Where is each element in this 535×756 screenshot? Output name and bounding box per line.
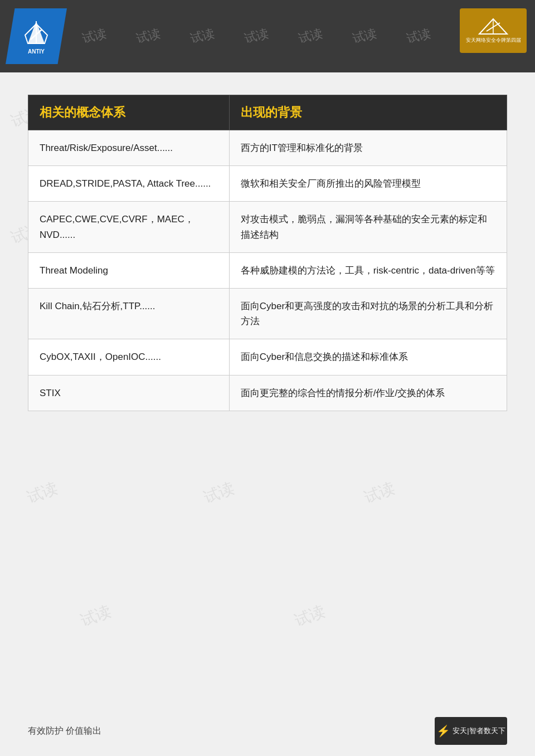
header-watermarks: 试读 试读 试读 试读 试读 试读 试读 (0, 0, 535, 72)
table-row: Kill Chain,钻石分析,TTP......面向Cyber和更高强度的攻击… (28, 288, 507, 339)
table-cell-right: 对攻击模式，脆弱点，漏洞等各种基础的安全元素的标定和描述结构 (229, 202, 507, 252)
logo: ANTIY (6, 8, 67, 64)
header-watermark-2: 试读 (134, 25, 162, 47)
logo-icon (22, 18, 50, 46)
header-watermark-4: 试读 (242, 25, 270, 47)
table-row: CybOX,TAXII，OpenIOC......面向Cyber和信息交换的描述… (28, 339, 507, 375)
table-cell-left: Threat/Risk/Exposure/Asset...... (28, 130, 230, 166)
table-cell-right: 各种威胁建模的方法论，工具，risk-centric，data-driven等等 (229, 252, 507, 288)
header-watermark-6: 试读 (351, 25, 378, 47)
table-cell-right: 微软和相关安全厂商所推出的风险管理模型 (229, 166, 507, 202)
table-cell-left: DREAD,STRIDE,PASTA, Attack Tree...... (28, 166, 230, 202)
body-wm-13: 试读 (361, 478, 398, 509)
table-cell-right: 面向更完整的综合性的情报分析/作业/交换的体系 (229, 375, 507, 411)
brand-badge-text: 安天网络安全令牌第四届 (466, 37, 521, 44)
main-content: 相关的概念体系 出现的背景 Threat/Risk/Exposure/Asset… (0, 72, 535, 422)
table-cell-left: CAPEC,CWE,CVE,CVRF，MAEC，NVD...... (28, 202, 230, 252)
lightning-icon: ⚡ (436, 724, 450, 738)
header-watermark-3: 试读 (188, 25, 216, 47)
col2-header: 出现的背景 (229, 95, 507, 130)
header: ANTIY 试读 试读 试读 试读 试读 试读 试读 安天网络安全令牌第四届 (0, 0, 535, 72)
header-watermark-5: 试读 (296, 25, 324, 47)
table-row: DREAD,STRIDE,PASTA, Attack Tree......微软和… (28, 166, 507, 202)
table-cell-right: 面向Cyber和更高强度的攻击和对抗的场景的分析工具和分析方法 (229, 288, 507, 339)
footer-logo: ⚡ 安天|智者数天下 (435, 717, 507, 745)
table-cell-left: Threat Modeling (28, 252, 230, 288)
table-cell-right: 西方的IT管理和标准化的背景 (229, 130, 507, 166)
table-cell-right: 面向Cyber和信息交换的描述和标准体系 (229, 339, 507, 375)
col1-header: 相关的概念体系 (28, 95, 230, 130)
brand-badge: 安天网络安全令牌第四届 (460, 8, 527, 53)
table-row: Threat Modeling各种威胁建模的方法论，工具，risk-centri… (28, 252, 507, 288)
body-wm-12: 试读 (201, 478, 237, 509)
table-cell-left: CybOX,TAXII，OpenIOC...... (28, 339, 230, 375)
footer-logo-text: 安天|智者数天下 (453, 726, 505, 736)
body-wm-14: 试读 (77, 601, 114, 632)
brand-icon (476, 17, 510, 37)
table-header-row: 相关的概念体系 出现的背景 (28, 95, 507, 130)
table-row: CAPEC,CWE,CVE,CVRF，MAEC，NVD......对攻击模式，脆… (28, 202, 507, 252)
concept-table: 相关的概念体系 出现的背景 Threat/Risk/Exposure/Asset… (28, 95, 507, 411)
body-wm-15: 试读 (291, 601, 328, 632)
footer-right: ⚡ 安天|智者数天下 (435, 717, 507, 745)
body-wm-11: 试读 (24, 478, 61, 509)
footer: 有效防护 价值输出 ⚡ 安天|智者数天下 (0, 717, 535, 745)
footer-left-text: 有效防护 价值输出 (28, 725, 101, 737)
header-watermark-7: 试读 (405, 25, 432, 47)
table-cell-left: STIX (28, 375, 230, 411)
table-row: Threat/Risk/Exposure/Asset......西方的IT管理和… (28, 130, 507, 166)
logo-label: ANTIY (28, 48, 45, 55)
table-row: STIX面向更完整的综合性的情报分析/作业/交换的体系 (28, 375, 507, 411)
table-cell-left: Kill Chain,钻石分析,TTP...... (28, 288, 230, 339)
header-watermark-1: 试读 (80, 25, 108, 47)
